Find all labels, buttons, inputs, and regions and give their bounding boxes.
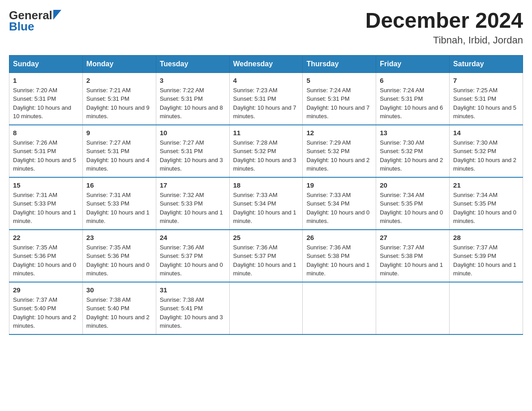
calendar-cell: 8Sunrise: 7:26 AMSunset: 5:31 PMDaylight… [9,125,83,177]
day-number: 22 [13,234,79,241]
day-info: Sunrise: 7:25 AMSunset: 5:31 PMDaylight:… [453,86,519,121]
logo-triangle-icon [53,10,61,20]
day-number: 15 [13,181,79,189]
day-number: 8 [13,129,79,137]
week-row-3: 15Sunrise: 7:31 AMSunset: 5:33 PMDayligh… [9,177,523,230]
svg-marker-0 [53,10,61,20]
calendar-cell: 6Sunrise: 7:24 AMSunset: 5:31 PMDaylight… [376,73,450,125]
logo-blue: Blue [9,20,61,33]
column-header-friday: Friday [376,55,450,73]
day-info: Sunrise: 7:35 AMSunset: 5:36 PMDaylight:… [13,243,79,278]
calendar-cell: 14Sunrise: 7:30 AMSunset: 5:32 PMDayligh… [450,125,523,177]
day-number: 23 [86,234,152,241]
day-info: Sunrise: 7:26 AMSunset: 5:31 PMDaylight:… [13,138,79,173]
calendar-cell: 7Sunrise: 7:25 AMSunset: 5:31 PMDaylight… [450,73,523,125]
title-block: December 2024 Tibnah, Irbid, Jordan [365,9,523,46]
day-number: 7 [453,77,519,84]
calendar-cell: 15Sunrise: 7:31 AMSunset: 5:33 PMDayligh… [9,177,83,230]
calendar-cell: 18Sunrise: 7:33 AMSunset: 5:34 PMDayligh… [229,177,303,230]
calendar-cell: 26Sunrise: 7:36 AMSunset: 5:38 PMDayligh… [303,230,376,282]
week-row-5: 29Sunrise: 7:37 AMSunset: 5:40 PMDayligh… [9,282,523,334]
day-number: 20 [380,181,446,189]
day-info: Sunrise: 7:24 AMSunset: 5:31 PMDaylight:… [306,86,372,121]
calendar-cell: 31Sunrise: 7:38 AMSunset: 5:41 PMDayligh… [156,282,229,334]
day-info: Sunrise: 7:34 AMSunset: 5:35 PMDaylight:… [380,191,446,226]
calendar-cell: 21Sunrise: 7:34 AMSunset: 5:35 PMDayligh… [450,177,523,230]
calendar-cell [303,282,376,334]
calendar-cell: 20Sunrise: 7:34 AMSunset: 5:35 PMDayligh… [376,177,450,230]
calendar-cell: 17Sunrise: 7:32 AMSunset: 5:33 PMDayligh… [156,177,229,230]
day-info: Sunrise: 7:21 AMSunset: 5:31 PMDaylight:… [86,86,152,121]
calendar-cell: 12Sunrise: 7:29 AMSunset: 5:32 PMDayligh… [303,125,376,177]
day-number: 4 [233,77,299,84]
day-info: Sunrise: 7:33 AMSunset: 5:34 PMDaylight:… [306,191,372,226]
calendar-cell: 24Sunrise: 7:36 AMSunset: 5:37 PMDayligh… [156,230,229,282]
calendar-cell: 5Sunrise: 7:24 AMSunset: 5:31 PMDaylight… [303,73,376,125]
day-number: 1 [13,77,79,84]
day-info: Sunrise: 7:22 AMSunset: 5:31 PMDaylight:… [160,86,226,121]
day-number: 13 [380,129,446,137]
day-info: Sunrise: 7:30 AMSunset: 5:32 PMDaylight:… [380,138,446,173]
month-title: December 2024 [365,9,523,33]
logo-text: General Blue [9,9,61,33]
day-number: 14 [453,129,519,137]
day-number: 25 [233,234,299,241]
page-header: General Blue December 2024 Tibnah, Irbid… [9,9,523,46]
calendar-cell: 22Sunrise: 7:35 AMSunset: 5:36 PMDayligh… [9,230,83,282]
location: Tibnah, Irbid, Jordan [365,34,523,46]
calendar-cell: 9Sunrise: 7:27 AMSunset: 5:31 PMDaylight… [82,125,156,177]
calendar-cell [376,282,450,334]
week-row-2: 8Sunrise: 7:26 AMSunset: 5:31 PMDaylight… [9,125,523,177]
day-info: Sunrise: 7:27 AMSunset: 5:31 PMDaylight:… [86,138,152,173]
day-number: 27 [380,234,446,241]
column-header-thursday: Thursday [303,55,376,73]
calendar-cell: 16Sunrise: 7:31 AMSunset: 5:33 PMDayligh… [82,177,156,230]
day-number: 10 [160,129,226,137]
calendar-cell: 30Sunrise: 7:38 AMSunset: 5:40 PMDayligh… [82,282,156,334]
column-header-tuesday: Tuesday [156,55,229,73]
day-info: Sunrise: 7:31 AMSunset: 5:33 PMDaylight:… [13,191,79,226]
day-number: 19 [306,181,372,189]
calendar-cell: 11Sunrise: 7:28 AMSunset: 5:32 PMDayligh… [229,125,303,177]
day-info: Sunrise: 7:29 AMSunset: 5:32 PMDaylight:… [306,138,372,173]
day-number: 30 [86,286,152,294]
day-info: Sunrise: 7:36 AMSunset: 5:37 PMDaylight:… [233,243,299,278]
day-info: Sunrise: 7:28 AMSunset: 5:32 PMDaylight:… [233,138,299,173]
day-number: 21 [453,181,519,189]
day-number: 31 [160,286,226,294]
day-info: Sunrise: 7:38 AMSunset: 5:40 PMDaylight:… [86,295,152,330]
calendar-cell: 2Sunrise: 7:21 AMSunset: 5:31 PMDaylight… [82,73,156,125]
day-number: 28 [453,234,519,241]
day-number: 16 [86,181,152,189]
day-number: 5 [306,77,372,84]
column-header-sunday: Sunday [9,55,83,73]
column-header-monday: Monday [82,55,156,73]
day-number: 3 [160,77,226,84]
calendar-cell: 1Sunrise: 7:20 AMSunset: 5:31 PMDaylight… [9,73,83,125]
column-header-wednesday: Wednesday [229,55,303,73]
day-info: Sunrise: 7:30 AMSunset: 5:32 PMDaylight:… [453,138,519,173]
calendar-table: SundayMondayTuesdayWednesdayThursdayFrid… [9,55,523,335]
calendar-cell: 27Sunrise: 7:37 AMSunset: 5:38 PMDayligh… [376,230,450,282]
day-info: Sunrise: 7:23 AMSunset: 5:31 PMDaylight:… [233,86,299,121]
day-info: Sunrise: 7:37 AMSunset: 5:39 PMDaylight:… [453,243,519,278]
day-number: 6 [380,77,446,84]
week-row-1: 1Sunrise: 7:20 AMSunset: 5:31 PMDaylight… [9,73,523,125]
column-header-saturday: Saturday [450,55,523,73]
logo: General Blue [9,9,61,33]
calendar-cell: 29Sunrise: 7:37 AMSunset: 5:40 PMDayligh… [9,282,83,334]
day-info: Sunrise: 7:24 AMSunset: 5:31 PMDaylight:… [380,86,446,121]
day-info: Sunrise: 7:20 AMSunset: 5:31 PMDaylight:… [13,86,79,121]
day-info: Sunrise: 7:37 AMSunset: 5:38 PMDaylight:… [380,243,446,278]
header-row: SundayMondayTuesdayWednesdayThursdayFrid… [9,55,523,73]
day-number: 9 [86,129,152,137]
day-info: Sunrise: 7:32 AMSunset: 5:33 PMDaylight:… [160,191,226,226]
day-info: Sunrise: 7:36 AMSunset: 5:38 PMDaylight:… [306,243,372,278]
calendar-cell: 10Sunrise: 7:27 AMSunset: 5:31 PMDayligh… [156,125,229,177]
week-row-4: 22Sunrise: 7:35 AMSunset: 5:36 PMDayligh… [9,230,523,282]
calendar-cell [450,282,523,334]
day-info: Sunrise: 7:34 AMSunset: 5:35 PMDaylight:… [453,191,519,226]
day-number: 12 [306,129,372,137]
calendar-cell: 23Sunrise: 7:35 AMSunset: 5:36 PMDayligh… [82,230,156,282]
day-info: Sunrise: 7:38 AMSunset: 5:41 PMDaylight:… [160,295,226,330]
